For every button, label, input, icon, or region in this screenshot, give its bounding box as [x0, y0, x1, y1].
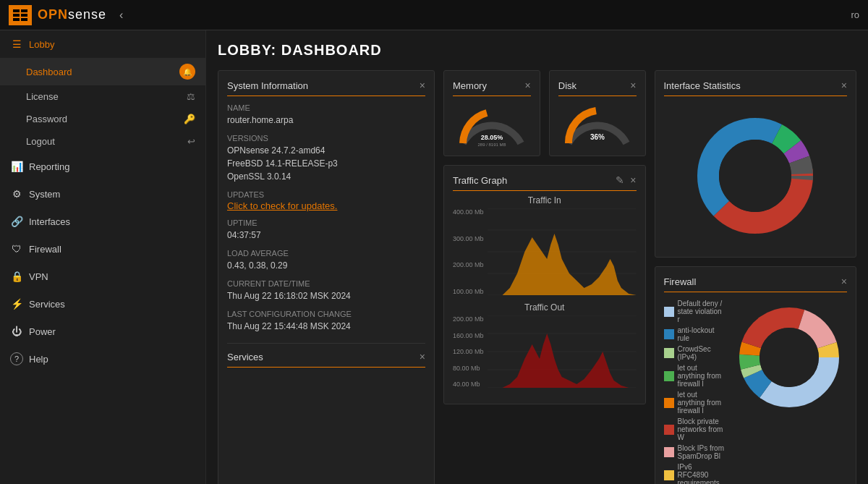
sidebar-section-interfaces[interactable]: 🔗 Interfaces	[0, 208, 205, 235]
legend-item-6: Block IPs from SpamDrop Bl	[664, 444, 725, 460]
sysinfo-lastconfig-value: Thu Aug 22 15:44:48 MSK 2024	[227, 320, 425, 333]
sidebar-section-power[interactable]: ⏻ Power	[0, 318, 205, 345]
legend-color-6	[664, 447, 674, 457]
firewall-widget: Firewall × Default deny / state violatio…	[655, 266, 857, 484]
sysinfo-load-label: Load average	[227, 249, 425, 258]
memory-title: Memory	[453, 80, 487, 91]
system-icon: ⚙	[10, 187, 23, 200]
firewall-title: Firewall	[664, 276, 697, 287]
legend-label-2: CrowdSec (IPv4)	[678, 345, 725, 361]
services-widget-inner: Services ×	[227, 343, 425, 368]
system-info-title: System Information	[227, 80, 308, 91]
disk-gauge: 36%	[558, 103, 637, 147]
license-label: License	[26, 91, 59, 102]
sidebar-item-password[interactable]: Password 🔑	[0, 108, 205, 130]
legend-color-5	[664, 425, 674, 435]
services-title: Services	[227, 352, 263, 362]
logout-icon: ↩	[187, 136, 195, 147]
legend-label-6: Block IPs from SpamDrop Bl	[678, 444, 725, 460]
lobby-section-label: Lobby	[29, 39, 54, 50]
dashboard-label: Dashboard	[26, 67, 72, 77]
services-close[interactable]: ×	[420, 351, 425, 362]
svg-text:36%: 36%	[590, 133, 605, 141]
sidebar-section-reporting[interactable]: 📊 Reporting	[0, 153, 205, 180]
sysinfo-name-label: Name	[227, 103, 425, 112]
sysinfo-updates-label: Updates	[227, 190, 425, 199]
legend-label-4: let out anything from firewall l	[678, 391, 725, 415]
password-label: Password	[26, 114, 67, 124]
sidebar-section-system[interactable]: ⚙ System	[0, 180, 205, 208]
svg-marker-18	[488, 334, 637, 388]
sysinfo-versions-label: Versions	[227, 134, 425, 143]
traffic-widget: Traffic Graph ✎ × Traffic In 400.00 Mb 3…	[443, 165, 646, 404]
system-info-widget: System Information × Name router.home.ar…	[218, 70, 435, 484]
sysinfo-lastconfig-row: Last configuration change Thu Aug 22 15:…	[227, 310, 425, 333]
system-info-close[interactable]: ×	[420, 80, 425, 91]
sysinfo-datetime-label: Current date/time	[227, 279, 425, 288]
firewall-donut	[731, 300, 847, 415]
password-icon: 🔑	[184, 114, 195, 124]
sidebar-section-firewall[interactable]: 🛡 Firewall	[0, 235, 205, 263]
sysinfo-updates-link[interactable]: Click to check for updates.	[227, 200, 425, 211]
sidebar-item-logout[interactable]: Logout ↩	[0, 130, 205, 153]
dashboard-item-right: 🔔	[179, 64, 195, 80]
sysinfo-name-value: router.home.arpa	[227, 114, 425, 127]
disk-close[interactable]: ×	[630, 80, 636, 91]
vpn-icon: 🔒	[10, 270, 23, 283]
memory-widget: Memory × 28.05% 289 / 8191 MB	[443, 70, 540, 156]
sidebar-item-license[interactable]: License ⚖	[0, 85, 205, 108]
sysinfo-load-value: 0.43, 0.38, 0.29	[227, 259, 425, 272]
topbar-user: ro	[851, 9, 859, 20]
legend-color-7	[664, 470, 674, 480]
sidebar-section-help[interactable]: ? Help	[0, 345, 205, 373]
sysinfo-datetime-row: Current date/time Thu Aug 22 16:18:02 MS…	[227, 279, 425, 302]
traffic-close[interactable]: ×	[630, 174, 636, 186]
legend-color-2	[664, 348, 674, 358]
interfaces-icon: 🔗	[10, 215, 23, 228]
legend-color-3	[664, 371, 674, 381]
sidebar-section-lobby[interactable]: ☰ Lobby	[0, 30, 205, 58]
legend-color-0	[664, 307, 674, 317]
sidebar-section-vpn[interactable]: 🔒 VPN	[0, 263, 205, 290]
traffic-out-chart: 200.00 Mb 160.00 Mb 120.00 Mb 80.00 Mb 4…	[453, 315, 637, 388]
firewall-close[interactable]: ×	[841, 276, 847, 287]
disk-title: Disk	[558, 80, 576, 91]
sysinfo-version-2: FreeBSD 14.1-RELEASE-p3	[227, 157, 425, 170]
vpn-label: VPN	[29, 271, 48, 282]
sysinfo-versions-row: Versions OPNsense 24.7.2-amd64 FreeBSD 1…	[227, 134, 425, 183]
interface-stats-close[interactable]: ×	[841, 80, 847, 91]
svg-point-24	[719, 140, 791, 212]
disk-widget: Disk × 36%	[549, 70, 646, 156]
legend-item-4: let out anything from firewall l	[664, 391, 725, 415]
system-info-header: System Information ×	[227, 80, 425, 96]
memory-close[interactable]: ×	[525, 80, 531, 91]
legend-label-1: anti-lockout rule	[678, 326, 725, 342]
traffic-header: Traffic Graph ✎ ×	[453, 174, 637, 191]
logo-area: OPNsense ‹	[9, 5, 123, 25]
traffic-out-title: Traffic Out	[453, 302, 637, 313]
collapse-button[interactable]: ‹	[119, 9, 123, 22]
traffic-controls: ✎ ×	[616, 174, 636, 186]
interface-stats-widget: Interface Statistics ×	[655, 70, 857, 258]
sysinfo-updates-row: Updates Click to check for updates.	[227, 190, 425, 211]
legend-label-5: Block private networks from W	[678, 417, 725, 441]
sysinfo-load-row: Load average 0.43, 0.38, 0.29	[227, 249, 425, 272]
legend-item-5: Block private networks from W	[664, 417, 725, 441]
svg-point-33	[760, 328, 819, 387]
middle-col: Memory × 28.05% 289 / 8191 MB	[443, 70, 646, 484]
firewall-legend: Default deny / state violation r anti-lo…	[664, 300, 725, 484]
legend-item-2: CrowdSec (IPv4)	[664, 345, 725, 361]
dashboard-badge: 🔔	[179, 64, 195, 80]
legend-item-3: let out anything from firewall l	[664, 364, 725, 388]
memory-header: Memory ×	[453, 80, 531, 96]
sidebar-item-dashboard[interactable]: Dashboard 🔔	[0, 58, 205, 85]
firewall-label: Firewall	[29, 244, 61, 255]
traffic-out-labels: 200.00 Mb 160.00 Mb 120.00 Mb 80.00 Mb 4…	[453, 315, 485, 388]
legend-item-7: IPv6 RFC4890 requirements	[664, 463, 725, 484]
page-title: LOBBY: DASHBOARD	[218, 42, 856, 59]
traffic-edit[interactable]: ✎	[616, 174, 624, 186]
traffic-in-plot	[488, 208, 637, 295]
sidebar-section-services[interactable]: ⚡ Services	[0, 290, 205, 318]
power-label: Power	[29, 326, 56, 337]
license-icon: ⚖	[187, 91, 195, 102]
